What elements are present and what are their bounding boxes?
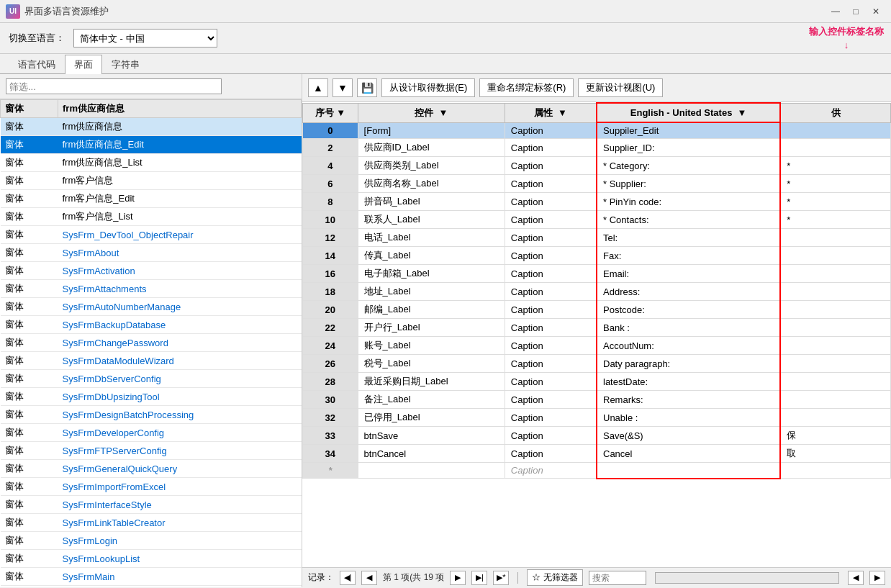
row-en[interactable]: Bank : — [597, 319, 780, 337]
row-ctrl[interactable]: 电子邮箱_Label — [358, 265, 505, 283]
left-row-name[interactable]: SysFrmAbout — [58, 244, 302, 262]
nav-last-button[interactable]: ▶| — [471, 571, 487, 585]
row-cn[interactable] — [780, 409, 890, 427]
search-input[interactable] — [589, 571, 646, 585]
row-cn[interactable]: * — [780, 175, 890, 193]
left-row-type[interactable]: 窗体 — [1, 298, 58, 316]
row-ctrl[interactable]: [Form] — [358, 122, 505, 139]
language-select[interactable]: 简体中文 - 中国English - United States日本語 - 日本 — [73, 29, 217, 48]
row-prop[interactable]: Caption — [505, 391, 597, 409]
row-en[interactable]: Fax: — [597, 247, 780, 265]
left-row-type[interactable]: 窗体 — [1, 154, 58, 172]
row-en[interactable]: * Supplier: — [597, 175, 780, 193]
left-row-type[interactable]: 窗体 — [1, 568, 58, 586]
tab-string[interactable]: 字符串 — [102, 55, 149, 73]
left-row-type[interactable]: 窗体 — [1, 316, 58, 334]
row-cn[interactable] — [780, 337, 890, 355]
row-en[interactable]: Postcode: — [597, 301, 780, 319]
row-ctrl[interactable]: 邮编_Label — [358, 301, 505, 319]
row-prop[interactable]: Caption — [505, 355, 597, 373]
get-design-button[interactable]: 从设计取得数据(E) — [381, 78, 475, 97]
left-row-name[interactable]: SysFrmImportFromExcel — [58, 478, 302, 496]
left-row-name[interactable]: SysFrmMain — [58, 568, 302, 586]
left-row-name[interactable]: SysFrmAutoNumberManage — [58, 298, 302, 316]
left-row-type[interactable]: 窗体 — [1, 460, 58, 478]
rename-binding-button[interactable]: 重命名绑定标签(R) — [479, 78, 574, 97]
row-prop[interactable]: Caption — [505, 175, 597, 193]
left-row-name[interactable]: frm供应商信息_List — [58, 154, 302, 172]
row-cn[interactable] — [780, 355, 890, 373]
row-prop[interactable]: Caption — [505, 301, 597, 319]
left-row-name[interactable]: SysFrmAttachments — [58, 280, 302, 298]
row-ctrl[interactable]: 拼音码_Label — [358, 193, 505, 211]
row-ctrl[interactable]: 税号_Label — [358, 355, 505, 373]
row-ctrl[interactable]: btnSave — [358, 427, 505, 445]
close-button[interactable]: ✕ — [867, 4, 885, 19]
row-en[interactable] — [597, 463, 780, 479]
row-prop[interactable]: Caption — [505, 211, 597, 229]
row-prop[interactable]: Caption — [505, 247, 597, 265]
row-cn[interactable] — [780, 373, 890, 391]
filter-button[interactable]: ☆ 无筛选器 — [527, 569, 582, 586]
left-row-name[interactable]: SysFrmActivation — [58, 262, 302, 280]
row-ctrl[interactable]: 已停用_Label — [358, 409, 505, 427]
row-ctrl[interactable]: btnCancel — [358, 445, 505, 463]
row-prop[interactable]: Caption — [505, 283, 597, 301]
left-row-name[interactable]: SysFrmDesignBatchProcessing — [58, 406, 302, 424]
row-prop[interactable]: Caption — [505, 139, 597, 157]
left-row-name[interactable]: SysFrmLinkTableCreator — [58, 514, 302, 532]
row-cn[interactable]: 取 — [780, 445, 890, 463]
left-row-type[interactable]: 窗体 — [1, 478, 58, 496]
left-row-name[interactable]: SysFrmDbServerConfig — [58, 370, 302, 388]
row-prop[interactable]: Caption — [505, 427, 597, 445]
row-cn[interactable] — [780, 319, 890, 337]
row-en[interactable]: Suppiler_Edit — [597, 122, 780, 139]
left-row-name[interactable]: SysFrmInterfaceStyle — [58, 496, 302, 514]
left-row-type[interactable]: 窗体 — [1, 532, 58, 550]
row-prop[interactable]: Caption — [505, 193, 597, 211]
row-prop[interactable]: Caption — [505, 157, 597, 175]
save-icon-button[interactable]: 💾 — [357, 78, 377, 97]
nav-prev-button[interactable]: ◀ — [361, 571, 377, 585]
left-row-type[interactable]: 窗体 — [1, 424, 58, 442]
row-en[interactable]: Daty paragraph: — [597, 355, 780, 373]
left-row-type[interactable]: 窗体 — [1, 370, 58, 388]
left-row-name[interactable]: SysFrmChangePassword — [58, 334, 302, 352]
row-ctrl[interactable]: 账号_Label — [358, 337, 505, 355]
row-en[interactable]: Cancel — [597, 445, 780, 463]
left-row-type[interactable]: 窗体 — [1, 496, 58, 514]
left-row-name[interactable]: frm供应商信息 — [58, 118, 302, 136]
left-row-name[interactable]: SysFrmDataModuleWizard — [58, 352, 302, 370]
tab-lang-code[interactable]: 语言代码 — [9, 55, 65, 73]
row-prop[interactable]: Caption — [505, 319, 597, 337]
left-row-name[interactable]: SysFrmBackupDatabase — [58, 316, 302, 334]
row-prop[interactable]: Caption — [505, 373, 597, 391]
row-cn[interactable] — [780, 283, 890, 301]
row-en[interactable]: AccoutNum: — [597, 337, 780, 355]
row-en[interactable]: Email: — [597, 265, 780, 283]
left-row-type[interactable]: 窗体 — [1, 550, 58, 568]
row-cn[interactable] — [780, 265, 890, 283]
row-cn[interactable] — [780, 229, 890, 247]
left-row-type[interactable]: 窗体 — [1, 262, 58, 280]
row-prop[interactable]: Caption — [505, 445, 597, 463]
row-cn[interactable]: * — [780, 211, 890, 229]
nav-new-button[interactable]: ▶* — [493, 571, 509, 585]
row-cn[interactable]: * — [780, 193, 890, 211]
scrollbar-area[interactable] — [655, 572, 839, 584]
left-row-name[interactable]: SysFrmGeneralQuickQuery — [58, 460, 302, 478]
left-row-type[interactable]: 窗体 — [1, 118, 58, 136]
scroll-left-button[interactable]: ◀ — [848, 571, 864, 585]
left-row-type[interactable]: 窗体 — [1, 442, 58, 460]
nav-first-button[interactable]: ◀| — [340, 571, 356, 585]
row-ctrl[interactable]: 供应商名称_Label — [358, 175, 505, 193]
row-prop[interactable]: Caption — [505, 229, 597, 247]
row-ctrl[interactable]: 地址_Label — [358, 283, 505, 301]
row-ctrl[interactable]: 联系人_Label — [358, 211, 505, 229]
row-prop[interactable]: Caption — [505, 337, 597, 355]
minimize-button[interactable]: — — [826, 4, 845, 19]
left-row-name[interactable]: SysFrmFTPServerConfig — [58, 442, 302, 460]
row-en[interactable]: Supplier_ID: — [597, 139, 780, 157]
row-en[interactable]: Address: — [597, 283, 780, 301]
scroll-right-button[interactable]: ▶ — [869, 571, 885, 585]
